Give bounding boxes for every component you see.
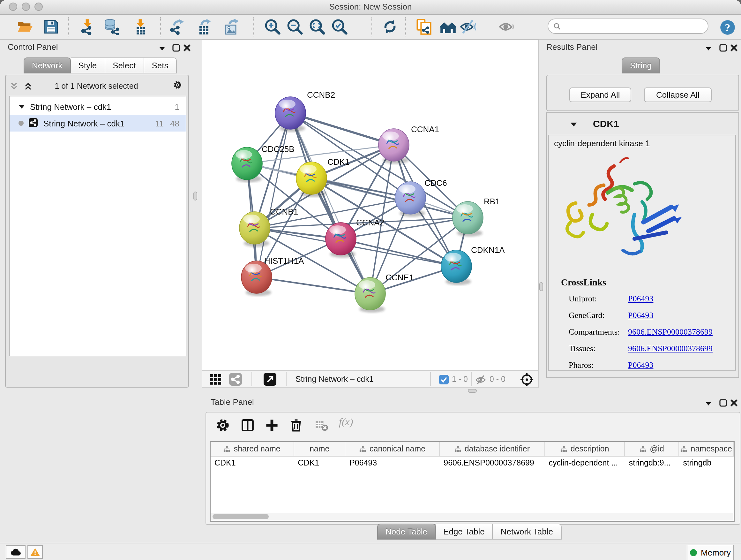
panel-menu-icon[interactable]: [704, 399, 713, 408]
add-column-icon[interactable]: [265, 418, 279, 432]
panel-menu-icon[interactable]: [704, 44, 713, 53]
search-input[interactable]: [561, 21, 703, 31]
close-window-button[interactable]: [9, 3, 17, 11]
column-header-name[interactable]: name: [294, 442, 346, 456]
new-network-from-selection-button[interactable]: [415, 18, 433, 36]
selected-checkbox-icon[interactable]: [439, 375, 449, 384]
tab-style[interactable]: Style: [71, 57, 105, 73]
birdseye-navigator-icon[interactable]: [520, 372, 534, 387]
collapse-arrow-icon[interactable]: [17, 102, 26, 111]
help-button[interactable]: ?: [719, 18, 737, 37]
column-header-id[interactable]: @id: [625, 442, 679, 456]
gear-icon[interactable]: [173, 80, 184, 91]
zoom-window-button[interactable]: [35, 3, 43, 11]
float-panel-icon[interactable]: [719, 398, 728, 408]
cell-namespace[interactable]: stringdb: [679, 456, 734, 469]
edge-HIST1H1A-CCNE1[interactable]: [257, 277, 370, 294]
bottom-splitter-handle[interactable]: [468, 389, 477, 393]
node-CDC6[interactable]: [395, 182, 426, 217]
show-all-button[interactable]: [498, 18, 516, 36]
node-HIST1H1A[interactable]: [241, 261, 272, 296]
node-CCNB2[interactable]: [275, 97, 306, 132]
cell-database-identifier[interactable]: 9606.ENSP00000378699: [440, 456, 545, 469]
warnings-button[interactable]: [27, 545, 43, 559]
close-panel-icon[interactable]: [183, 44, 192, 52]
node-CDK1[interactable]: [296, 162, 327, 197]
collapse-section-icon[interactable]: [569, 120, 578, 129]
import-network-from-file-button[interactable]: [78, 18, 96, 36]
close-panel-icon[interactable]: [730, 398, 738, 408]
node-CCNA1[interactable]: [379, 129, 409, 164]
zoom-out-button[interactable]: [286, 18, 304, 36]
right-splitter-handle[interactable]: [539, 282, 543, 291]
refresh-button[interactable]: [381, 18, 399, 36]
edge-CCNB2-HIST1H1A[interactable]: [257, 113, 290, 277]
export-table-button[interactable]: [195, 18, 213, 36]
column-header-shared-name[interactable]: shared name: [211, 442, 294, 456]
crosslink-link[interactable]: 9606.ENSP00000378699: [628, 327, 713, 337]
zoom-fit-button[interactable]: [308, 18, 326, 36]
edge-CCNB2-CCNA1[interactable]: [290, 113, 394, 145]
delete-column-icon[interactable]: [289, 418, 303, 432]
node-CCNE1[interactable]: [355, 277, 386, 313]
tab-network-table[interactable]: Network Table: [493, 523, 561, 540]
tab-select[interactable]: Select: [105, 57, 144, 73]
zoom-in-button[interactable]: [264, 18, 281, 36]
panel-menu-icon[interactable]: [158, 44, 166, 53]
import-network-from-database-button[interactable]: [103, 18, 121, 36]
float-panel-icon[interactable]: [172, 44, 181, 52]
crosslink-link[interactable]: P06493: [628, 310, 653, 320]
table-gear-icon[interactable]: [216, 418, 230, 432]
cell-id[interactable]: stringdb:9...: [625, 456, 679, 469]
export-network-button[interactable]: [168, 18, 186, 36]
grid-view-icon[interactable]: [209, 373, 222, 386]
tab-edge-table[interactable]: Edge Table: [435, 523, 493, 540]
node-CDC25B[interactable]: [232, 147, 262, 182]
string-network-icon[interactable]: [229, 373, 242, 386]
import-table-from-file-button[interactable]: [131, 18, 149, 36]
edge-CCNB2-CCNE1[interactable]: [290, 113, 370, 294]
cloud-button[interactable]: [6, 545, 25, 559]
memory-button[interactable]: Memory: [687, 545, 734, 560]
collapse-all-button[interactable]: Collapse All: [644, 87, 712, 102]
first-neighbors-button[interactable]: [439, 18, 457, 36]
tab-node-table[interactable]: Node Table: [377, 523, 435, 540]
cell-canonical-name[interactable]: P06493: [346, 456, 440, 469]
network-collection-row[interactable]: String Network – cdk1 1: [10, 98, 186, 115]
hidden-eye-icon[interactable]: [475, 374, 486, 386]
open-session-button[interactable]: [16, 18, 34, 36]
column-header-database-identifier[interactable]: database identifier: [440, 442, 545, 456]
node-CDKN1A[interactable]: [441, 250, 472, 285]
node-RB1[interactable]: [453, 201, 483, 237]
crosslink-link[interactable]: P06493: [628, 360, 653, 370]
column-header-canonical-name[interactable]: canonical name: [346, 442, 440, 456]
expand-all-button[interactable]: Expand All: [569, 87, 631, 102]
tab-sets[interactable]: Sets: [144, 57, 177, 73]
node-CCNB1[interactable]: [239, 212, 270, 247]
network-row-selected[interactable]: String Network – cdk1 11 48: [10, 115, 186, 132]
cell-description[interactable]: cyclin-dependent ...: [545, 456, 625, 469]
table-row[interactable]: CDK1CDK1P064939606.ENSP00000378699cyclin…: [211, 456, 734, 469]
scrollbar-thumb[interactable]: [212, 514, 269, 519]
crosslink-link[interactable]: P06493: [628, 294, 653, 304]
cell-name[interactable]: CDK1: [294, 456, 346, 469]
crosslink-link[interactable]: 9606.ENSP00000378699: [628, 344, 713, 354]
hide-selection-button[interactable]: [459, 18, 477, 36]
open-in-window-icon[interactable]: [264, 373, 276, 386]
tab-network[interactable]: Network: [23, 57, 71, 73]
show-columns-icon[interactable]: [241, 418, 255, 432]
float-panel-icon[interactable]: [719, 44, 728, 52]
save-session-button[interactable]: [42, 18, 60, 36]
network-canvas[interactable]: CCNB2CCNA1CDC25BCDK1CDC6RB1CCNB1CCNA2CDK…: [202, 40, 539, 370]
zoom-selected-button[interactable]: [331, 18, 348, 36]
node-CCNA2[interactable]: [326, 223, 356, 258]
cell-shared-name[interactable]: CDK1: [211, 456, 294, 469]
export-image-button[interactable]: [223, 18, 241, 36]
column-header-description[interactable]: description: [545, 442, 625, 456]
minimize-window-button[interactable]: [22, 3, 30, 11]
edge-CCNA2-CDKN1A[interactable]: [341, 239, 456, 266]
column-header-namespace[interactable]: namespace: [679, 442, 734, 456]
close-panel-icon[interactable]: [730, 44, 738, 52]
tab-string[interactable]: String: [622, 57, 660, 73]
left-splitter-handle[interactable]: [193, 192, 197, 200]
